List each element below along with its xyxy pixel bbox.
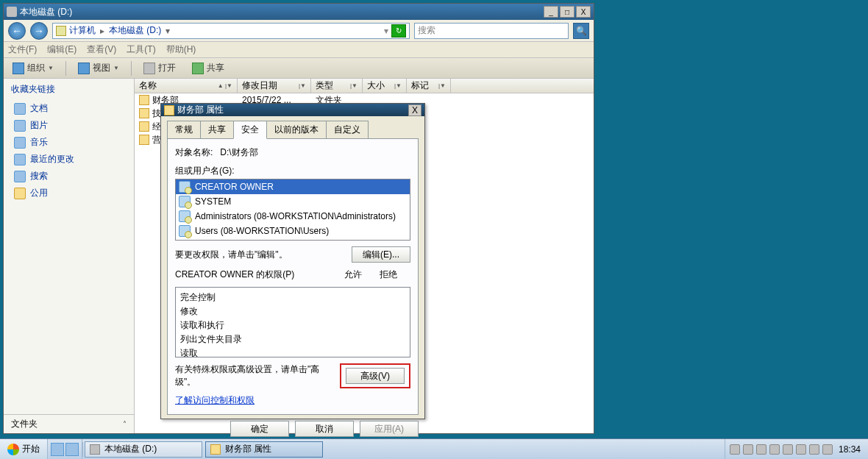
tray-icon[interactable] bbox=[809, 444, 819, 455]
sidebar: 收藏夹链接 文档 图片 音乐 最近的更改 搜索 公用 文件夹˄ bbox=[4, 79, 135, 433]
organize-button[interactable]: 组织▼ bbox=[8, 60, 58, 76]
sidebar-item-documents[interactable]: 文档 bbox=[4, 100, 134, 117]
folder-icon bbox=[164, 105, 174, 115]
user-list[interactable]: CREATOR OWNER SYSTEM Administrators (08-… bbox=[175, 179, 410, 241]
properties-dialog: 财务部 属性 X 常规 共享 安全 以前的版本 自定义 对象名称: D:\财务部… bbox=[160, 103, 425, 419]
search-button[interactable]: 🔍 bbox=[573, 23, 589, 39]
user-item-administrators[interactable]: Administrators (08-WORKSTATION\Administr… bbox=[176, 209, 410, 224]
sidebar-item-recent[interactable]: 最近的更改 bbox=[4, 151, 134, 168]
user-item-system[interactable]: SYSTEM bbox=[176, 194, 410, 209]
menu-file[interactable]: 文件(F) bbox=[8, 43, 37, 56]
dialog-titlebar[interactable]: 财务部 属性 X bbox=[161, 104, 424, 116]
breadcrumb-dropdown[interactable]: ▾ bbox=[164, 26, 171, 36]
menu-bar: 文件(F) 编辑(E) 查看(V) 工具(T) 帮助(H) bbox=[4, 42, 594, 58]
public-icon bbox=[14, 188, 26, 199]
address-dropdown[interactable]: ▾ bbox=[384, 26, 388, 36]
toolbar: 组织▼ 视图▼ 打开 共享 bbox=[4, 58, 594, 79]
views-icon bbox=[78, 63, 90, 74]
permissions-list[interactable]: 完全控制 修改 读取和执行 列出文件夹目录 读取 写入 bbox=[175, 287, 410, 357]
tray-icon[interactable] bbox=[756, 444, 766, 455]
address-bar[interactable]: 计算机 ▸ 本地磁盘 (D:) ▾ ▾ ↻ bbox=[52, 23, 410, 39]
group-icon bbox=[179, 225, 191, 237]
window-title: 本地磁盘 (D:) bbox=[20, 6, 72, 18]
col-tags[interactable]: 标记|▼ bbox=[407, 79, 451, 93]
documents-icon bbox=[14, 103, 26, 115]
menu-view[interactable]: 查看(V) bbox=[87, 43, 116, 56]
tray-icon[interactable] bbox=[730, 444, 740, 455]
sidebar-item-pictures[interactable]: 图片 bbox=[4, 117, 134, 134]
clock[interactable]: 18:34 bbox=[836, 444, 864, 455]
refresh-button[interactable]: ↻ bbox=[391, 24, 406, 38]
close-button[interactable]: X bbox=[576, 6, 591, 18]
taskbar: 开始 本地磁盘 (D:) 财务部 属性 18:34 bbox=[0, 438, 868, 459]
drive-icon bbox=[90, 444, 100, 455]
taskbar-item-properties[interactable]: 财务部 属性 bbox=[205, 441, 323, 458]
back-button[interactable]: ← bbox=[8, 22, 26, 40]
share-button[interactable]: 共享 bbox=[188, 60, 229, 76]
folder-icon bbox=[210, 444, 221, 455]
sidebar-item-search[interactable]: 搜索 bbox=[4, 168, 134, 185]
tab-sharing[interactable]: 共享 bbox=[200, 121, 234, 138]
advanced-highlight: 高级(V) bbox=[340, 363, 410, 388]
share-icon bbox=[192, 63, 204, 74]
system-tray: 18:34 bbox=[725, 439, 868, 459]
allow-header: 允许 bbox=[344, 268, 362, 281]
show-desktop-icon[interactable] bbox=[51, 443, 64, 456]
dialog-tabs: 常规 共享 安全 以前的版本 自定义 bbox=[161, 116, 424, 138]
col-date[interactable]: 修改日期|▼ bbox=[238, 79, 311, 93]
quick-launch-icon[interactable] bbox=[65, 443, 79, 456]
tab-general[interactable]: 常规 bbox=[167, 121, 201, 138]
user-item-users[interactable]: Users (08-WORKSTATION\Users) bbox=[176, 224, 410, 238]
tab-body-security: 对象名称: D:\财务部 组或用户名(G): CREATOR OWNER SYS… bbox=[167, 138, 419, 415]
menu-tools[interactable]: 工具(T) bbox=[127, 43, 155, 56]
sidebar-footer[interactable]: 文件夹˄ bbox=[4, 414, 134, 433]
perm-read: 读取 bbox=[180, 346, 405, 357]
dialog-close-button[interactable]: X bbox=[408, 104, 421, 116]
col-name[interactable]: 名称▲ |▼ bbox=[135, 79, 238, 93]
deny-header: 拒绝 bbox=[380, 268, 397, 281]
learn-link[interactable]: 了解访问控制和权限 bbox=[175, 395, 255, 405]
organize-icon bbox=[13, 63, 24, 74]
minimize-button[interactable]: _ bbox=[544, 6, 558, 18]
tray-icon[interactable] bbox=[769, 444, 780, 455]
advanced-button[interactable]: 高级(V) bbox=[346, 368, 405, 384]
maximize-button[interactable]: □ bbox=[560, 6, 574, 18]
tab-previous[interactable]: 以前的版本 bbox=[266, 121, 327, 138]
menu-edit[interactable]: 编辑(E) bbox=[47, 43, 77, 56]
group-users-label: 组或用户名(G): bbox=[175, 165, 410, 177]
forward-button[interactable]: → bbox=[30, 22, 48, 40]
explorer-titlebar[interactable]: 本地磁盘 (D:) _ □ X bbox=[4, 4, 594, 20]
tray-icon[interactable] bbox=[743, 444, 753, 455]
tray-icon[interactable] bbox=[783, 444, 793, 455]
ok-button[interactable]: 确定 bbox=[230, 421, 289, 437]
perm-read-execute: 读取和执行 bbox=[180, 319, 405, 332]
sidebar-item-public[interactable]: 公用 bbox=[4, 185, 134, 202]
tray-icon[interactable] bbox=[822, 444, 833, 455]
folder-icon bbox=[56, 26, 66, 36]
col-size[interactable]: 大小|▼ bbox=[363, 79, 407, 93]
search-input[interactable]: 搜索 bbox=[414, 23, 569, 39]
taskbar-item-explorer[interactable]: 本地磁盘 (D:) bbox=[85, 441, 202, 458]
perm-full-control: 完全控制 bbox=[180, 291, 405, 305]
object-name-value: D:\财务部 bbox=[220, 146, 257, 159]
views-button[interactable]: 视图▼ bbox=[74, 60, 124, 76]
start-button[interactable]: 开始 bbox=[0, 439, 48, 460]
sidebar-item-music[interactable]: 音乐 bbox=[4, 134, 134, 151]
windows-logo-icon bbox=[7, 444, 19, 455]
folder-icon bbox=[139, 135, 149, 145]
breadcrumb-drive[interactable]: 本地磁盘 (D:) bbox=[109, 24, 161, 37]
drive-icon bbox=[7, 7, 17, 17]
cancel-button[interactable]: 取消 bbox=[295, 421, 354, 437]
tray-icon[interactable] bbox=[796, 444, 806, 455]
menu-help[interactable]: 帮助(H) bbox=[166, 43, 196, 56]
apply-button[interactable]: 应用(A) bbox=[360, 421, 419, 437]
nav-bar: ← → 计算机 ▸ 本地磁盘 (D:) ▾ ▾ ↻ 搜索 🔍 bbox=[4, 20, 594, 42]
breadcrumb-computer[interactable]: 计算机 bbox=[69, 24, 96, 37]
tab-security[interactable]: 安全 bbox=[233, 121, 267, 139]
tab-custom[interactable]: 自定义 bbox=[326, 121, 369, 138]
open-icon bbox=[143, 63, 155, 74]
edit-button[interactable]: 编辑(E)... bbox=[352, 246, 410, 263]
open-button[interactable]: 打开 bbox=[139, 60, 180, 76]
user-item-creator-owner[interactable]: CREATOR OWNER bbox=[176, 179, 410, 194]
col-type[interactable]: 类型|▼ bbox=[311, 79, 363, 93]
